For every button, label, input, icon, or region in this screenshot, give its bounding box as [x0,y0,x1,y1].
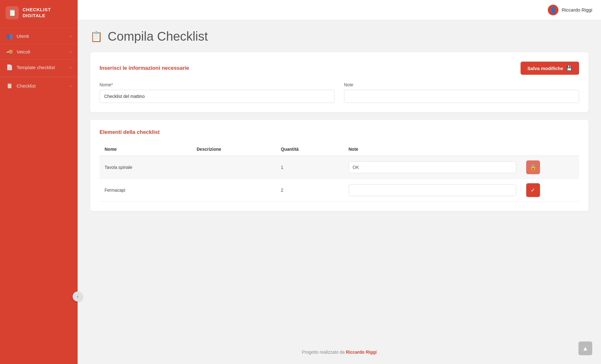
footer-author: Riccardo Riggi [346,350,377,355]
checklist-nav-icon: 📋 [6,83,13,89]
row1-note-input[interactable] [349,161,516,173]
row1-lock-button[interactable]: 🔒 [526,160,540,174]
row2-action-cell: ✓ [521,179,579,202]
row2-note-cell [344,179,521,202]
page-title-icon: 📋 [90,31,103,43]
row2-check-button[interactable]: ✓ [526,183,540,197]
sidebar-item-utenti-label: Utenti [17,33,29,39]
page-title: Compila Checklist [108,29,208,43]
checklist-card: Elementi della checklist Nome Descrizion… [90,120,588,211]
check-icon: ✓ [531,187,535,194]
footer-text: Progetto realizzato da [302,350,345,355]
lock-icon: 🔒 [530,164,537,171]
sidebar-item-veicoli-label: Veicoli [17,49,30,54]
checklist-card-title: Elementi della checklist [100,129,160,135]
avatar-icon: 👤 [550,7,557,13]
table-row: Tavola spinale 1 🔒 [100,156,579,179]
footer: Progetto realizzato da Riccardo Riggi [78,340,601,364]
sidebar-item-template-label: Template checklist [17,65,55,70]
checklist-table: Nome Descrizione Quantità Note Tavola sp… [100,143,579,202]
sidebar-nav: 👥 Utenti › 🚚 Veicoli › 📄 Template checkl… [0,28,78,94]
chevron-icon-checklist: › [70,83,71,88]
nome-form-group: Nome* [100,82,335,103]
sidebar-logo-text: CHECKLISTDIGITALE [23,7,51,19]
row2-quantita: 2 [276,179,343,202]
nome-label: Nome* [100,82,335,87]
sidebar: 📋 CHECKLISTDIGITALE 👥 Utenti › 🚚 Veicoli… [0,0,78,364]
row1-nome: Tavola spinale [100,156,192,179]
user-info: 👤 Riccardo Riggi [548,5,592,15]
user-name: Riccardo Riggi [562,7,592,13]
table-header-row: Nome Descrizione Quantità Note [100,143,579,156]
col-descrizione: Descrizione [192,143,276,156]
row2-nome: Fermacapi [100,179,192,202]
table-row: Fermacapi 2 ✓ [100,179,579,202]
col-quantita: Quantità [276,143,343,156]
page-content: 📋 Compila Checklist Inserisci le informa… [78,20,601,340]
form-row: Nome* Note [100,82,579,103]
note-input[interactable] [344,90,579,103]
checklist-logo-icon: 📋 [6,6,19,19]
row2-note-input[interactable] [349,184,516,196]
user-avatar: 👤 [548,5,558,15]
table-head: Nome Descrizione Quantità Note [100,143,579,156]
page-header: 📋 Compila Checklist [90,29,588,43]
save-button-label: Salva modifiche [527,66,563,71]
checklist-card-header: Elementi della checklist [100,129,579,135]
table-body: Tavola spinale 1 🔒 [100,156,579,202]
row1-note-cell [344,156,521,179]
row2-descrizione [192,179,276,202]
sidebar-item-template-checklist[interactable]: 📄 Template checklist › [0,59,78,75]
chevron-icon-utenti: › [70,34,71,38]
col-note: Note [344,143,521,156]
chevron-icon-template: › [70,65,71,70]
topbar: 👤 Riccardo Riggi [78,0,601,20]
footer-author-link[interactable]: Riccardo Riggi [346,350,377,355]
sidebar-collapse-button[interactable]: ‹ [73,291,83,301]
row1-action-cell: 🔒 [521,156,579,179]
col-nome: Nome [100,143,192,156]
sidebar-item-checklist[interactable]: 📋 Checklist › [0,78,78,94]
veicoli-icon: 🚚 [6,48,13,55]
sidebar-item-utenti[interactable]: 👥 Utenti › [0,28,78,44]
col-action [521,143,579,156]
info-card-header: Inserisci le informazioni necessarie Sal… [100,62,579,75]
save-button[interactable]: Salva modifiche 💾 [521,62,579,75]
save-icon: 💾 [566,65,572,71]
note-label: Note [344,82,579,87]
utenti-icon: 👥 [6,33,13,39]
info-card: Inserisci le informazioni necessarie Sal… [90,52,588,112]
row1-quantita: 1 [276,156,343,179]
main-content: 👤 Riccardo Riggi 📋 Compila Checklist Ins… [78,0,601,364]
nome-input[interactable] [100,90,335,103]
chevron-icon-veicoli: › [70,49,71,54]
sidebar-logo: 📋 CHECKLISTDIGITALE [0,0,78,26]
note-form-group: Note [344,82,579,103]
scroll-top-button[interactable]: ▲ [578,341,592,355]
sidebar-item-veicoli[interactable]: 🚚 Veicoli › [0,44,78,59]
sidebar-item-checklist-label: Checklist [17,83,36,88]
info-card-title: Inserisci le informazioni necessarie [100,65,189,71]
template-icon: 📄 [6,64,13,71]
row1-descrizione [192,156,276,179]
